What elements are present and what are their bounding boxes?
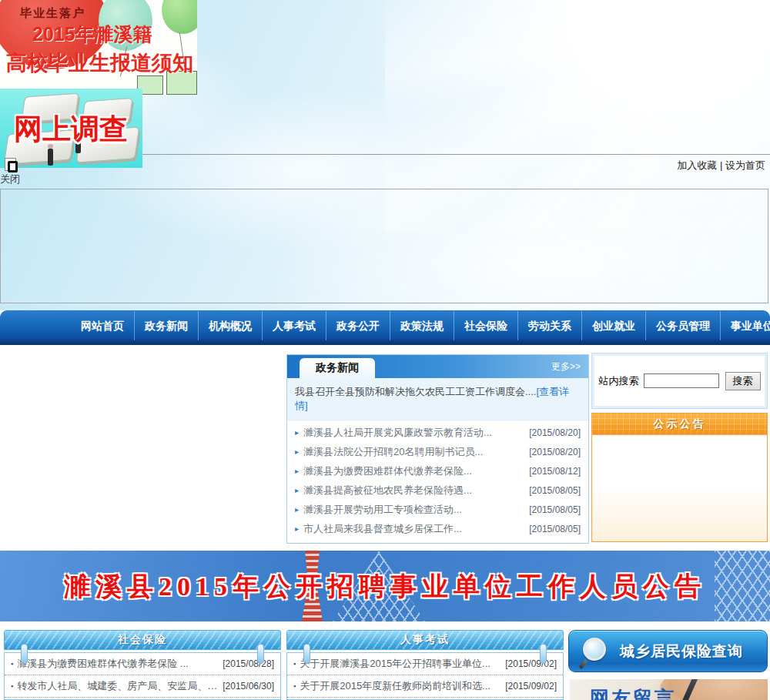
news-item-title: 濉溪县为缴费困难群体代缴养老保险... [303,464,523,478]
close-popup-link[interactable]: 关闭 [0,172,20,186]
news-item[interactable]: ▸ 濉溪县法院公开招聘20名聘用制书记员... [2015/08/20] [287,442,588,461]
nav-list: 网站首页 政务新闻 机构概况 人事考试 政务公开 政策法规 社会保险 劳动关系 … [0,310,770,341]
gov-news-list: ▸ 濉溪县人社局开展党风廉政警示教育活动... [2015/08/20] ▸ 濉… [287,420,588,541]
news-item-date: [2015/08/20] [529,427,581,438]
featured-news-text: 我县召开全县预防和解决拖欠农民工工资工作调度会.... [295,386,536,397]
person-figure-icon [48,149,53,166]
social-insurance-panel: 社会保险 ▪ 濉溪县为缴费困难群体代缴养老保险 ... [2015/08/28]… [4,630,281,700]
green-balloon-icon [162,0,197,34]
arrow-bullet-icon: ▸ [295,447,299,456]
personnel-exam-panel: 人事考试 ▪ 关于开展濉溪县2015年公开招聘事业单位... [2015/09/… [286,630,564,700]
arrow-bullet-icon: ▸ [295,467,299,475]
list-item-title: 关于开展2015年度新任教师岗前培训和选... [300,679,500,693]
banner-title: 濉溪县2015年公开招聘事业单位工作人员公告 [0,569,770,605]
announcements-title: 公示公告 [654,417,706,431]
square-bullet-icon: ▪ [11,682,13,690]
list-item-title: 转发市人社局、城建委、房产局、安监局、总... [17,679,218,693]
list-item-title: 关于开展濉溪县2015年公开招聘事业单位... [300,657,500,671]
list-item-date: [2015/09/02] [505,658,557,669]
news-item-title: 濉溪县人社局开展党风廉政警示教育活动... [303,426,523,440]
popup-graduate-notice[interactable]: 毕业生落户 2015年濉溪籍 高校毕业生报道须知 [0,0,197,95]
social-insurance-header: 社会保险 [4,630,281,650]
nav-item-gov-open[interactable]: 政务公开 [326,311,390,340]
news-item[interactable]: ▸ 市人社局来我县督查城乡居保工作... [2015/08/05] [287,519,588,538]
news-item-date: [2015/08/12] [529,466,581,477]
gov-news-more-link[interactable]: 更多>> [551,360,581,373]
main-navbar: 网站首页 政务新闻 机构概况 人事考试 政务公开 政策法规 社会保险 劳动关系 … [0,310,770,345]
square-bullet-icon: ▪ [293,660,296,668]
news-item-title: 市人社局来我县督查城乡居保工作... [303,522,523,536]
nav-item-gov-news[interactable]: 政务新闻 [134,311,198,340]
guestbook-label: 网友留言 [590,685,676,700]
list-item[interactable]: ▪ 濉溪县为缴费困难群体代缴养老保险 ... [2015/08/28] [5,653,280,675]
nav-item-labor-relations[interactable]: 劳动关系 [517,311,581,340]
insurance-query-button[interactable]: 城乡居民保险查询 [568,630,768,672]
popup-online-survey[interactable]: 网上调查 [0,89,142,168]
hand-photo-decoration [660,679,768,700]
search-input[interactable] [644,373,719,388]
personnel-exam-header: 人事考试 [286,630,564,650]
pin-decoration-icon [257,644,264,664]
nav-item-social-insurance[interactable]: 社会保险 [454,311,517,340]
list-item[interactable]: ▪ 关于开展2015年度新任教师岗前培训和选... [2015/09/02] [287,675,563,698]
pin-decoration-icon [303,644,310,664]
gov-news-panel: 政务新闻 更多>> 我县召开全县预防和解决拖欠农民工工资工作调度会....[查看… [286,354,589,544]
arrow-bullet-icon: ▸ [295,524,299,533]
empty-ad-frame [0,189,768,303]
magnifier-icon [581,638,609,665]
set-homepage-link[interactable]: 设为首页 [725,159,765,171]
news-item[interactable]: ▸ 濉溪县开展劳动用工专项检查活动... [2015/08/05] [287,500,588,519]
featured-news: 我县召开全县预防和解决拖欠农民工工资工作调度会....[查看详情] [287,378,588,420]
social-insurance-list: ▪ 濉溪县为缴费困难群体代缴养老保险 ... [2015/08/28] ▪ 转发… [4,652,281,700]
news-item-title: 濉溪县提高被征地农民养老保险待遇... [303,484,523,497]
news-item-date: [2015/08/05] [529,485,581,496]
list-item-date: [2015/09/02] [505,681,557,692]
list-item[interactable]: ▪ 转发市人社局、城建委、房产局、安监局、总... [2015/06/30] [5,675,280,698]
news-item-date: [2015/08/05] [529,524,581,534]
bottom-sections: 社会保险 ▪ 濉溪县为缴费困难群体代缴养老保险 ... [2015/08/28]… [0,628,770,700]
nav-item-policy[interactable]: 政策法规 [390,311,454,340]
notice-line1: 2015年濉溪籍 [32,22,152,47]
list-item-title: 濉溪县为缴费困难群体代缴养老保险 ... [17,657,218,671]
list-item-date: [2015/08/28] [223,658,274,669]
main-content: 政务新闻 更多>> 我县召开全县预防和解决拖欠农民工工资工作调度会....[查看… [0,345,770,551]
search-button[interactable]: 搜索 [725,372,761,390]
list-item-date: [2015/06/30] [223,681,274,692]
notice-line2: 高校毕业生报道须知 [6,49,193,77]
gov-news-header: 政务新闻 更多>> [287,355,588,378]
news-item[interactable]: ▸ 濉溪县提高被征地农民养老保险待遇... [2015/08/05] [287,481,588,500]
survey-text: 网上调查 [14,110,128,149]
magnifier-handle [579,658,588,668]
personnel-exam-list: ▪ 关于开展濉溪县2015年公开招聘事业单位... [2015/09/02] ▪… [286,652,564,700]
nav-item-institution-hr[interactable]: 事业单位人事管理 [720,311,770,340]
square-bullet-icon: ▪ [11,660,13,668]
nav-item-home[interactable]: 网站首页 [71,311,134,340]
arrow-bullet-icon: ▸ [295,428,299,437]
guestbook-banner[interactable]: 网友留言 [570,679,768,700]
tab-gov-news[interactable]: 政务新闻 [300,358,375,378]
top-links: 加入收藏 | 设为首页 [677,159,765,172]
pin-decoration-icon [540,644,547,664]
top-links-separator: | [720,159,722,171]
announcements-header: 公示公告 [592,414,767,435]
news-item[interactable]: ▸ 濉溪县为缴费困难群体代缴养老保险... [2015/08/12] [287,461,588,481]
close-popup-icon[interactable] [5,158,16,171]
square-bullet-icon: ▪ [293,682,296,690]
page: 毕业生落户 2015年濉溪籍 高校毕业生报道须知 网上调查 加入收藏 | 设为首… [0,0,770,700]
nav-item-org-overview[interactable]: 机构概况 [198,311,262,340]
list-item[interactable]: ▪ 关于开展濉溪县2015年公开招聘事业单位... [2015/09/02] [287,653,563,675]
balloon-text: 毕业生落户 [20,6,85,21]
recruitment-banner[interactable]: 濉溪县2015年公开招聘事业单位工作人员公告 [0,551,770,621]
news-item[interactable]: ▸ 濉溪县人社局开展党风廉政警示教育活动... [2015/08/20] [287,423,588,442]
add-favorite-link[interactable]: 加入收藏 [677,159,717,171]
nav-item-employment[interactable]: 创业就业 [581,311,645,340]
news-item-title: 濉溪县法院公开招聘20名聘用制书记员... [303,445,523,459]
arrow-bullet-icon: ▸ [295,505,299,514]
arrow-bullet-icon: ▸ [295,486,299,494]
news-item-date: [2015/08/20] [529,447,581,457]
announcements-panel: 公示公告 [591,413,768,542]
nav-item-personnel-exam[interactable]: 人事考试 [262,311,326,340]
pin-decoration-icon [21,644,28,664]
news-item-date: [2015/08/05] [529,504,581,515]
nav-item-civil-servant[interactable]: 公务员管理 [645,311,720,340]
